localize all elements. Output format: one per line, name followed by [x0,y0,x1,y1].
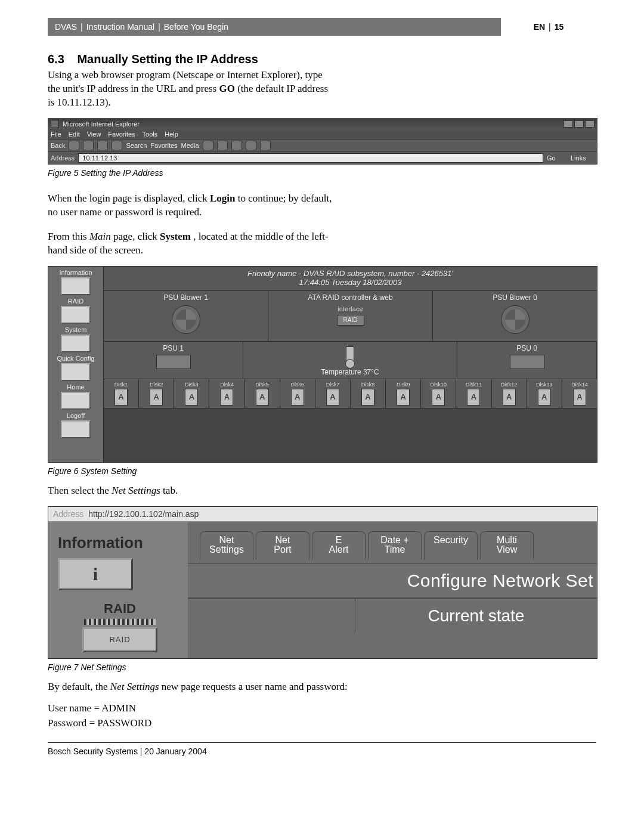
panel-psu-blower-0[interactable]: PSU Blower 0 [433,291,597,341]
raid-icon [61,306,91,324]
sidebar-item-system[interactable]: System [52,326,99,352]
ie-window: Microsoft Internet Explorer File Edit Vi… [48,118,597,165]
figure-7: Address http://192.100.1.102/main.asp In… [48,506,596,672]
disk-slot[interactable]: Disk1A [104,379,139,408]
sidebar-item-information[interactable]: Information [52,269,99,295]
current-state-label: Current state [355,598,597,633]
tab-date-time[interactable]: Date +Time [368,531,422,561]
password-line: Password = PASSWORD [48,717,334,730]
information-button[interactable]: i [58,558,133,590]
toolbar-icon[interactable] [203,141,213,150]
sidebar-item-home[interactable]: Home [52,383,99,410]
go-button[interactable]: Go [547,154,567,162]
panel-psu-blower-1[interactable]: PSU Blower 1 [104,291,268,341]
toolbar-media[interactable]: Media [181,142,199,149]
disk-label: Disk8 [351,382,385,388]
raid-stripe-icon [84,619,156,625]
toolbar-stop-icon[interactable] [83,141,94,150]
ie-menubar[interactable]: File Edit View Favorites Tools Help [48,129,597,139]
menu-file[interactable]: File [51,131,61,138]
menu-help[interactable]: Help [165,131,178,138]
page-header: DVAS | Instruction Manual | Before You B… [48,18,596,36]
disk-icon: A [220,389,233,405]
toolbar-home-icon[interactable] [112,141,122,150]
page-footer: Bosch Security Systems | 20 January 2004 [48,747,596,756]
toolbar-icon[interactable] [246,141,256,150]
figure5-caption: Figure 5 Setting the IP Address [48,168,596,178]
sidebar-item-logoff[interactable]: Logoff [52,412,99,438]
disk-icon: A [185,389,198,405]
disk-icon: A [467,389,480,405]
tab-net-settings[interactable]: NetSettings [200,531,253,561]
toolbar-icon[interactable] [217,141,228,150]
disk-label: Disk13 [527,382,562,388]
maximize-icon[interactable] [574,120,584,128]
info-icon [61,277,91,295]
menu-edit[interactable]: Edit [69,131,80,138]
close-icon[interactable] [585,120,595,128]
footer-date: 20 January 2004 [144,747,206,756]
disk-grid: Disk1ADisk2ADisk3ADisk4ADisk5ADisk6ADisk… [104,379,597,408]
toolbar-forward-icon[interactable] [69,141,79,150]
disk-slot[interactable]: Disk11A [456,379,491,408]
menu-favorites[interactable]: Favorites [108,131,135,138]
disk-slot[interactable]: Disk6A [280,379,315,408]
address-input[interactable]: 10.11.12.13 [78,153,543,163]
disk-slot[interactable]: Disk14A [562,379,597,408]
toolbar-refresh-icon[interactable] [97,141,108,150]
disk-slot[interactable]: Disk10A [421,379,456,408]
footer-rule [48,742,596,743]
disk-slot[interactable]: Disk2A [139,379,174,408]
tab-e-alert[interactable]: EAlert [312,531,366,561]
disk-label: Disk12 [492,382,527,388]
header-page-indicator: EN | 15 [501,18,596,36]
disk-icon: A [114,389,128,405]
disk-slot[interactable]: Disk5A [245,379,280,408]
sidebar-item-raid[interactable]: RAID [52,298,99,324]
psu-icon [156,355,191,369]
panel-controller[interactable]: ATA RAID controller & web interface RAID [268,291,433,341]
net-tabs: NetSettingsNetPortEAlertDate +TimeSecuri… [188,522,597,564]
home-icon [61,392,91,410]
toolbar-favorites[interactable]: Favorites [150,142,177,149]
panel-psu-0[interactable]: PSU 0 [457,342,597,379]
ie-toolbar[interactable]: Back Search Favorites Media [48,139,597,152]
minimize-icon[interactable] [564,120,573,128]
disk-slot[interactable]: Disk8A [351,379,386,408]
net-settings-window: Address http://192.100.1.102/main.asp In… [48,506,597,659]
links-button[interactable]: Links [571,154,595,162]
figure7-caption: Figure 7 Net Settings [48,662,596,672]
section-heading: 6.3 Manually Setting the IP Address [48,52,596,66]
net-address-bar[interactable]: Address http://192.100.1.102/main.asp [48,507,597,522]
disk-slot[interactable]: Disk3A [174,379,209,408]
menu-view[interactable]: View [87,131,101,138]
disk-icon: A [432,389,445,405]
net-footer-row [188,633,597,646]
disk-slot[interactable]: Disk13A [527,379,562,408]
intro-paragraph: Using a web browser program (Netscape or… [48,69,334,110]
disk-slot[interactable]: Disk9A [386,379,421,408]
section-title-text: Manually Setting the IP Address [77,52,258,66]
menu-tools[interactable]: Tools [143,131,158,138]
tab-multi-view[interactable]: MultiView [480,531,534,561]
disk-slot[interactable]: Disk7A [315,379,351,408]
toolbar-icon[interactable] [231,141,242,150]
header-page-number: 15 [555,22,564,32]
toolbar-back[interactable]: Back [51,142,65,149]
state-left-cell [188,598,355,633]
toolbar-icon[interactable] [260,141,271,150]
disk-slot[interactable]: Disk12A [492,379,527,408]
then-select-paragraph: Then select the Net Settings tab. [48,484,334,498]
tab-security[interactable]: Security [424,531,478,561]
panel-temperature[interactable]: Temperature 37°C [243,342,457,379]
disk-label: Disk14 [562,382,597,388]
toolbar-search[interactable]: Search [126,142,147,149]
sidebar-item-quickconfig[interactable]: Quick Config [52,355,99,381]
raid-button[interactable]: RAID [82,627,157,652]
panel-psu-1[interactable]: PSU 1 [104,342,243,379]
disk-slot[interactable]: Disk4A [209,379,244,408]
figure6-caption: Figure 6 System Setting [48,466,596,476]
tab-net-port[interactable]: NetPort [256,531,309,561]
thermometer-icon [346,346,354,366]
header-product: DVAS [55,22,77,32]
